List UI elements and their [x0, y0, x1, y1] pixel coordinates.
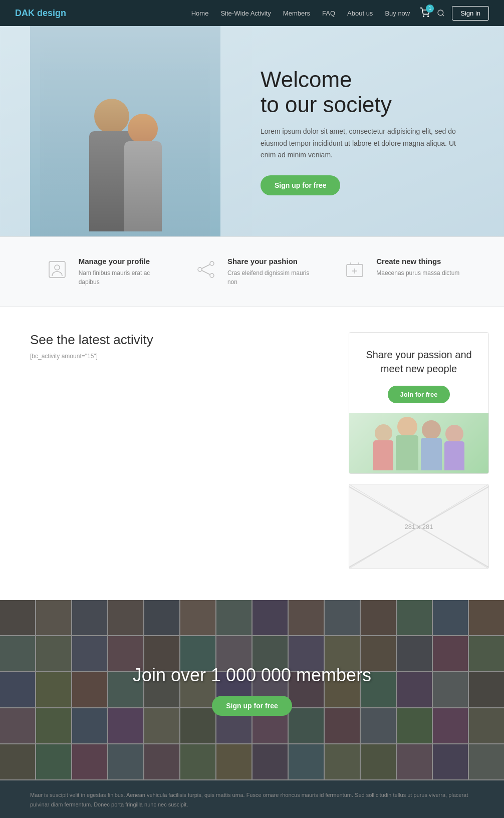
svg-point-5: [55, 265, 60, 270]
feature-share-title: Share your pashion: [227, 257, 314, 265]
logo-text: DAK design: [15, 8, 66, 18]
navbar: DAK design Home Site-Wide Activity Membe…: [0, 0, 504, 26]
cart-icon-wrap[interactable]: 1: [420, 8, 430, 19]
svg-point-8: [210, 274, 214, 278]
svg-point-1: [428, 16, 429, 17]
create-icon: [342, 257, 367, 282]
hero-content: Welcome to our society Lorem ipsum dolor…: [240, 47, 504, 216]
svg-line-9: [202, 264, 210, 268]
nav-site-wide-activity[interactable]: Site-Wide Activity: [220, 10, 271, 17]
feature-create-things: Create new things Maecenas purus massa d…: [342, 257, 459, 282]
feature-create-title: Create new things: [376, 257, 459, 265]
hero-image: [30, 26, 240, 236]
footer-text: Maur is suscipit velit in egestas finibu…: [30, 790, 474, 809]
nav-home[interactable]: Home: [191, 10, 209, 17]
sidebar-promo-card: Share your passion and meet new people J…: [349, 332, 489, 474]
hero-cta-button[interactable]: Sign up for free: [261, 175, 340, 195]
svg-point-6: [210, 261, 214, 265]
nav-faq[interactable]: FAQ: [322, 10, 335, 17]
svg-rect-4: [49, 261, 65, 278]
svg-line-3: [442, 15, 444, 16]
members-title: Join over 1 000 000 members: [133, 665, 371, 686]
hero-section: Welcome to our society Lorem ipsum dolor…: [0, 26, 504, 236]
search-icon[interactable]: [437, 9, 445, 17]
feature-manage-text: Manage your profile Nam finibus mauris e…: [79, 257, 165, 287]
sidebar-promo-content: Share your passion and meet new people J…: [349, 333, 488, 413]
sidebar-ad-placeholder: 281 x 281: [349, 484, 489, 569]
feature-manage-title: Manage your profile: [79, 257, 165, 265]
members-overlay: Join over 1 000 000 members Sign up for …: [133, 665, 371, 716]
nav-members[interactable]: Members: [283, 10, 310, 17]
nav-buy-now[interactable]: Buy now: [385, 10, 410, 17]
activity-section: See the latest activity [bc_activity amo…: [30, 332, 334, 575]
sidebar-promo-title: Share your passion and meet new people: [359, 348, 478, 376]
feature-share-desc: Cras eleifend dignissim mauris non: [227, 268, 314, 287]
hero-title-line1: Welcome: [261, 67, 352, 92]
feature-manage-desc: Nam finibus mauris erat ac dapibus: [79, 268, 165, 287]
svg-point-0: [423, 16, 424, 17]
share-icon: [193, 257, 218, 282]
members-section: Join over 1 000 000 members Sign up for …: [0, 600, 504, 780]
hero-description: Lorem ipsum dolor sit amet, consectetur …: [261, 126, 461, 161]
profile-icon: [45, 257, 70, 282]
svg-point-2: [438, 10, 443, 16]
svg-line-10: [202, 270, 210, 275]
cart-badge: 1: [426, 5, 434, 13]
couple-silhouette: [40, 36, 210, 236]
hero-title: Welcome to our society: [261, 67, 474, 118]
svg-point-7: [198, 267, 202, 271]
site-logo: DAK design: [15, 8, 66, 19]
feature-share-passion: Share your pashion Cras eleifend digniss…: [193, 257, 314, 287]
feature-share-text: Share your pashion Cras eleifend digniss…: [227, 257, 314, 287]
join-button[interactable]: Join for free: [388, 386, 449, 403]
share-svg-icon: [196, 259, 216, 280]
main-content: See the latest activity [bc_activity amo…: [0, 307, 504, 600]
hero-title-line2: to our society: [261, 92, 392, 117]
sidebar-people-image: [349, 413, 488, 473]
activity-feed: [30, 375, 334, 575]
feature-create-desc: Maecenas purus massa dictum: [376, 268, 459, 278]
placeholder-size-label: 281 x 281: [404, 523, 433, 530]
sidebar: Share your passion and meet new people J…: [349, 332, 489, 575]
members-cta-button[interactable]: Sign up for free: [212, 696, 292, 716]
profile-svg-icon: [47, 259, 67, 280]
feature-manage-profile: Manage your profile Nam finibus mauris e…: [45, 257, 165, 287]
activity-title: See the latest activity: [30, 332, 334, 348]
feature-create-text: Create new things Maecenas purus massa d…: [376, 257, 459, 278]
signin-button[interactable]: Sign in: [452, 6, 489, 21]
nav-menu: Home Site-Wide Activity Members FAQ Abou…: [191, 9, 410, 17]
create-svg-icon: [345, 259, 365, 280]
features-bar: Manage your profile Nam finibus mauris e…: [0, 236, 504, 307]
footer: Maur is suscipit velit in egestas finibu…: [0, 780, 504, 818]
activity-shortcode: [bc_activity amount="15"]: [30, 353, 334, 360]
nav-about-us[interactable]: About us: [347, 10, 373, 17]
hero-person-bg: [30, 26, 220, 236]
navbar-icons: 1 Sign in: [420, 6, 489, 21]
